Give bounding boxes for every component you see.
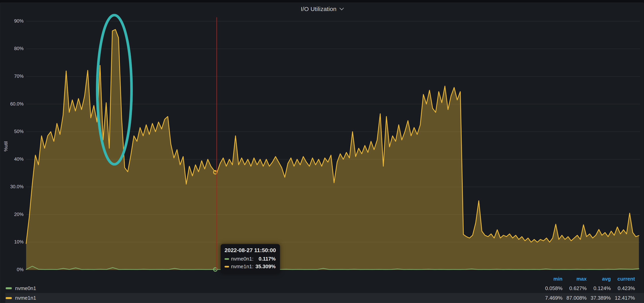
y-tick-label: 80% [0,46,24,51]
y-tick-label: 10% [0,239,24,245]
tooltip-timestamp: 2022-08-27 11:50:00 [224,247,276,254]
y-tick-label: 20% [0,212,24,217]
legend-header-row: min max avg current [0,274,644,283]
tooltip-series-label: nvme0n1: [231,256,254,262]
y-tick-labels: 0%10%20%30.0%40%50%60.0%70%80%90% [0,0,24,303]
time-series-chart[interactable] [0,0,644,303]
nvme1n1-area-fill [26,30,639,270]
y-tick-label: 50% [0,129,24,134]
tooltip-series-value: 0.117% [258,256,276,262]
legend-avg-value: 0.124% [587,285,611,292]
grafana-dashboard: I/O Utilization %util 0%10%20%30.0%40%50… [0,0,644,303]
tooltip-row: nvme1n1: 35.309% [224,264,276,270]
panel-header: I/O Utilization [0,2,644,16]
legend-max-value: 87.008% [562,295,587,301]
legend-header-avg[interactable]: avg [587,276,611,282]
legend-header-max[interactable]: max [562,276,587,282]
legend-header-min[interactable]: min [538,276,562,282]
y-tick-label: 70% [0,74,24,79]
chevron-down-icon[interactable] [339,6,344,10]
legend-series-toggle-nvme1n1[interactable]: nvme1n1 [6,295,36,301]
legend-series-name: nvme0n1 [15,285,36,292]
hover-tooltip: 2022-08-27 11:50:00 nvme0n1: 0.117% nvme… [221,244,280,273]
legend-header-current[interactable]: current [611,276,635,282]
legend-current-value: 12.417% [611,295,635,301]
nvme1n1-color-dash-icon [224,266,229,268]
legend-avg-value: 37.389% [587,295,611,301]
legend-row-nvme1n1: nvme1n1 7.469% 87.008% 37.389% 12.417% [5,293,644,303]
tooltip-series-label: nvme1n1: [231,264,254,270]
y-tick-label: 30.0% [0,184,24,190]
nvme0n1-color-dash-icon [224,258,229,260]
y-tick-label: 60.0% [0,101,24,107]
nvme1n1-color-dash-icon [6,297,12,299]
nvme0n1-color-dash-icon [6,287,12,289]
legend-min-value: 7.469% [538,295,562,301]
panel-title[interactable]: I/O Utilization [301,6,336,12]
legend-max-value: 0.627% [562,285,587,292]
legend-row-nvme0n1: nvme0n1 0.058% 0.627% 0.124% 0.423% [0,284,644,293]
legend-min-value: 0.058% [538,285,562,292]
legend-series-name: nvme1n1 [15,295,36,301]
tooltip-series-value: 35.309% [256,264,276,270]
legend-series-toggle-nvme0n1[interactable]: nvme0n1 [6,285,36,292]
tooltip-row: nvme0n1: 0.117% [224,256,276,262]
y-tick-label: 40% [0,156,24,162]
y-tick-label: 90% [0,18,24,24]
y-tick-label: 0% [0,267,24,272]
legend-current-value: 0.423% [611,285,635,292]
